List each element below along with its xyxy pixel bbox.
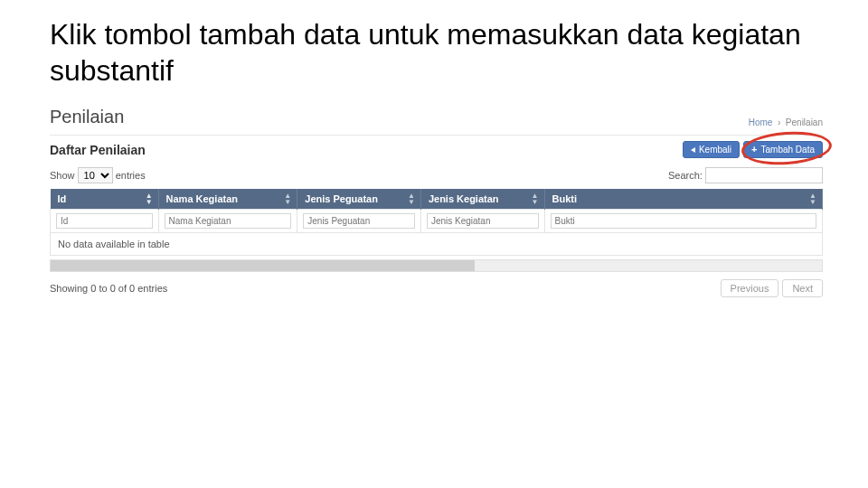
sort-icon: ▲▼ xyxy=(146,192,153,205)
search-label: Search: xyxy=(668,170,703,181)
back-button-label: Kembali xyxy=(699,145,731,155)
col-nama-kegiatan-label: Nama Kegiatan xyxy=(166,193,238,204)
show-label-post: entries xyxy=(116,170,146,181)
back-button[interactable]: Kembali xyxy=(683,141,740,158)
col-jenis-peguatan-header[interactable]: Jenis Peguatan ▲▼ xyxy=(297,189,421,210)
col-id-label: Id xyxy=(58,193,67,204)
sort-icon: ▲▼ xyxy=(284,192,291,205)
breadcrumb-current: Penilaian xyxy=(786,117,823,127)
sort-icon: ▲▼ xyxy=(532,192,539,205)
add-data-button-label: Tambah Data xyxy=(761,145,815,155)
col-bukti-label: Bukti xyxy=(552,193,578,204)
show-label-pre: Show xyxy=(50,170,75,181)
col-id-header[interactable]: Id ▲▼ xyxy=(51,189,159,210)
slide-instruction-title: Klik tombol tambah data untuk memasukkan… xyxy=(0,0,868,98)
col-jenis-kegiatan-header[interactable]: Jenis Kegiatan ▲▼ xyxy=(420,189,544,210)
filter-jenis-peguatan-input[interactable] xyxy=(303,213,415,229)
empty-table-row: No data available in table xyxy=(51,233,823,256)
arrow-left-icon xyxy=(691,147,695,153)
show-entries-control: Show 10 entries xyxy=(50,167,146,183)
empty-table-message: No data available in table xyxy=(51,233,823,256)
plus-icon: + xyxy=(751,145,757,155)
col-bukti-header[interactable]: Bukti ▲▼ xyxy=(544,189,822,210)
table-info-text: Showing 0 to 0 of 0 entries xyxy=(50,283,167,294)
show-entries-select[interactable]: 10 xyxy=(78,167,113,183)
penilaian-table: Id ▲▼ Nama Kegiatan ▲▼ Jenis Peguatan ▲▼… xyxy=(50,189,823,256)
filter-id-input[interactable] xyxy=(56,213,153,229)
breadcrumb-home-link[interactable]: Home xyxy=(749,117,773,127)
filter-row xyxy=(51,210,823,233)
scrollbar-thumb[interactable] xyxy=(51,260,475,271)
filter-bukti-input[interactable] xyxy=(551,213,816,229)
page-title: Penilaian xyxy=(50,107,124,127)
col-nama-kegiatan-header[interactable]: Nama Kegiatan ▲▼ xyxy=(158,189,297,210)
add-data-button[interactable]: + Tambah Data xyxy=(743,141,823,158)
filter-nama-kegiatan-input[interactable] xyxy=(165,213,292,229)
panel-title: Daftar Penilaian xyxy=(50,143,146,157)
next-button[interactable]: Next xyxy=(782,279,823,297)
breadcrumb: Home › Penilaian xyxy=(749,117,823,127)
app-screenshot: Penilaian Home › Penilaian Daftar Penila… xyxy=(0,98,868,297)
horizontal-scrollbar[interactable] xyxy=(50,259,823,272)
filter-jenis-kegiatan-input[interactable] xyxy=(427,213,539,229)
search-input[interactable] xyxy=(705,167,823,183)
sort-icon: ▲▼ xyxy=(408,192,415,205)
search-control: Search: xyxy=(668,167,823,183)
previous-button[interactable]: Previous xyxy=(721,279,779,297)
sort-icon: ▲▼ xyxy=(809,192,816,205)
col-jenis-kegiatan-label: Jenis Kegiatan xyxy=(429,193,499,204)
col-jenis-peguatan-label: Jenis Peguatan xyxy=(305,193,378,204)
pagination: Previous Next xyxy=(721,279,823,297)
